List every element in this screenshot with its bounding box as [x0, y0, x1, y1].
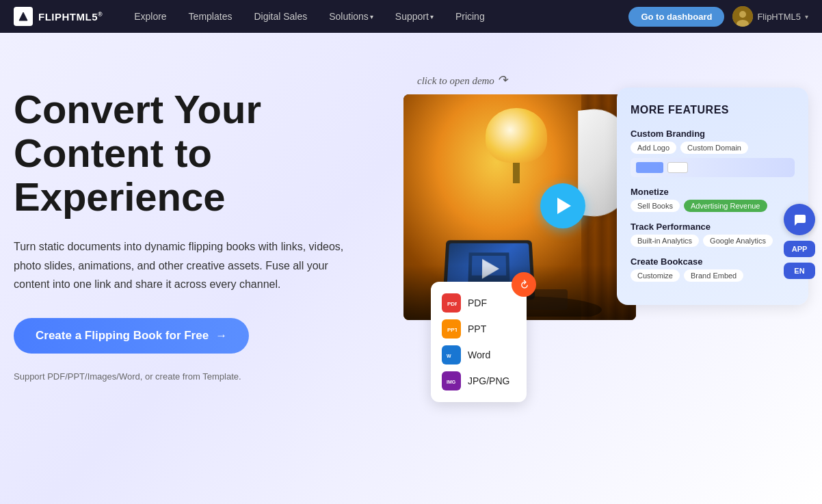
support-text: Support PDF/PPT/Images/Word, or create f… — [14, 371, 390, 382]
nav-right: Go to dashboard FlipHTML5 ▾ — [628, 6, 808, 27]
pill-brand-embed: Brand Embed — [684, 269, 743, 282]
file-item-ppt: PPT PPT — [442, 316, 516, 342]
feature-branding: Custom Branding Add Logo Custom Domain — [631, 129, 795, 177]
features-card: MORE FEATURES Custom Branding Add Logo C… — [617, 88, 808, 305]
hero-title: Convert Your Content to Experience — [14, 88, 390, 218]
feature-branding-title: Custom Branding — [631, 129, 795, 139]
create-flipbook-button[interactable]: Create a Flipping Book for Free → — [14, 318, 249, 354]
ppt-icon: PPT — [442, 319, 461, 339]
branding-bar-1 — [636, 162, 663, 173]
lang-tag[interactable]: EN — [784, 263, 815, 279]
file-type-popup: ↻ PDF PDF PPT PPT W Word — [431, 282, 527, 402]
word-label: Word — [468, 349, 490, 360]
branding-bar-2 — [667, 162, 688, 173]
convert-badge: ↻ — [512, 272, 536, 297]
svg-point-3 — [739, 11, 746, 18]
pdf-label: PDF — [468, 297, 487, 308]
nav-templates[interactable]: Templates — [178, 0, 243, 33]
ppt-label: PPT — [468, 323, 486, 334]
pill-custom-domain: Custom Domain — [680, 142, 748, 154]
lamp-globe — [486, 108, 547, 163]
pill-sell-books: Sell Books — [631, 200, 680, 212]
play-button[interactable] — [540, 183, 585, 228]
avatar — [732, 6, 753, 27]
svg-text:W: W — [447, 354, 451, 358]
lamp-base — [513, 163, 520, 183]
svg-text:PDF: PDF — [447, 301, 457, 307]
feature-branding-pills: Add Logo Custom Domain — [631, 142, 795, 154]
logo-icon — [14, 7, 33, 26]
demo-arrow-icon: ↷ — [497, 73, 507, 87]
feature-monetize-pills: Sell Books Advertising Revenue — [631, 200, 795, 212]
feature-bookcase-title: Create Bookcase — [631, 256, 795, 267]
nav-explore[interactable]: Explore — [123, 0, 177, 33]
feature-bookcase-pills: Customize Brand Embed — [631, 269, 795, 282]
pill-customize: Customize — [631, 269, 680, 282]
pill-google-analytics: Google Analytics — [703, 235, 773, 247]
svg-rect-1 — [22, 16, 25, 21]
hero-left: Convert Your Content to Experience Turn … — [14, 74, 390, 382]
branding-mockup — [631, 158, 795, 177]
jpg-icon: IMG — [442, 371, 461, 390]
dashboard-button[interactable]: Go to dashboard — [628, 7, 724, 27]
user-name: FlipHTML5 — [757, 12, 801, 22]
pill-adv-revenue: Advertising Revenue — [684, 200, 767, 212]
nav-support[interactable]: Support — [384, 0, 445, 33]
nav-solutions[interactable]: Solutions — [318, 0, 384, 33]
features-title: MORE FEATURES — [631, 104, 795, 116]
demo-label: click to open demo ↷ — [417, 72, 507, 88]
pdf-icon: PDF — [442, 293, 461, 313]
nav-items: Explore Templates Digital Sales Solution… — [123, 0, 628, 33]
feature-monetize-title: Monetize — [631, 187, 795, 197]
hero-section: Convert Your Content to Experience Turn … — [0, 33, 822, 504]
user-dropdown-icon: ▾ — [805, 13, 808, 21]
navbar: FLIPHTML5® Explore Templates Digital Sal… — [0, 0, 822, 33]
pill-built-in: Built-in Analytics — [631, 235, 699, 247]
user-menu[interactable]: FlipHTML5 ▾ — [732, 6, 808, 27]
file-item-jpg: IMG JPG/PNG — [442, 368, 516, 394]
feature-monetize: Monetize Sell Books Advertising Revenue — [631, 187, 795, 212]
play-icon — [557, 198, 571, 214]
nav-logo[interactable]: FLIPHTML5® — [14, 7, 103, 26]
nav-digital-sales[interactable]: Digital Sales — [243, 0, 318, 33]
file-item-word: W Word — [442, 342, 516, 368]
feature-bookcase: Create Bookcase Customize Brand Embed — [631, 256, 795, 282]
jpg-label: JPG/PNG — [468, 375, 509, 386]
feature-track: Track Performance Built-in Analytics Goo… — [631, 222, 795, 247]
logo-text: FLIPHTML5® — [38, 11, 103, 23]
pill-add-logo: Add Logo — [631, 142, 676, 154]
hero-right: click to open demo ↷ — [390, 67, 808, 423]
app-tag[interactable]: APP — [784, 241, 815, 257]
feature-track-title: Track Performance — [631, 222, 795, 232]
floating-buttons: APP EN — [784, 204, 815, 279]
file-item-pdf: PDF PDF — [442, 290, 516, 316]
svg-text:IMG: IMG — [447, 380, 456, 384]
word-icon: W — [442, 345, 461, 364]
lamp-decoration — [486, 108, 547, 183]
svg-text:PPT: PPT — [447, 327, 457, 333]
chat-button[interactable] — [784, 204, 815, 235]
nav-pricing[interactable]: Pricing — [445, 0, 496, 33]
feature-track-pills: Built-in Analytics Google Analytics — [631, 235, 795, 247]
hero-description: Turn static documents into dynamic flipp… — [14, 237, 356, 293]
